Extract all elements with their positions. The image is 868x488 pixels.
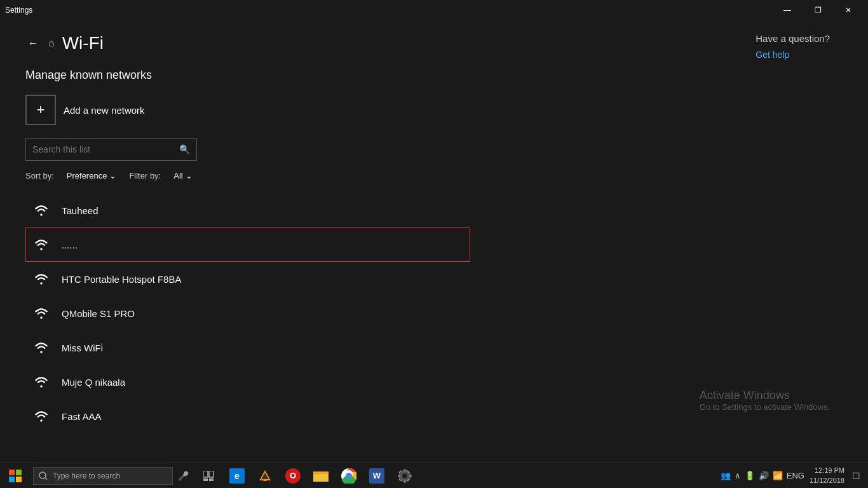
network-item[interactable]: Tauheed xyxy=(25,193,470,227)
microphone-icon[interactable]: 🎤 xyxy=(175,468,191,484)
svg-rect-21 xyxy=(404,469,405,471)
svg-rect-9 xyxy=(209,478,214,481)
get-help-link[interactable]: Get help xyxy=(756,50,789,60)
network-name: Tauheed xyxy=(62,205,98,216)
svg-point-18 xyxy=(346,473,351,478)
sort-label: Sort by: xyxy=(25,171,54,180)
window-title: Settings xyxy=(5,6,32,15)
network-name: HTC Portable Hotspot F8BA xyxy=(62,274,181,285)
svg-rect-6 xyxy=(203,471,208,477)
filter-chevron-icon: ⌄ xyxy=(186,171,193,180)
svg-rect-15 xyxy=(313,471,320,475)
network-item[interactable]: Muje Q nikaala xyxy=(25,365,470,399)
notification-icon[interactable]: ☐ xyxy=(850,468,863,484)
help-title: Have a question? xyxy=(756,33,830,44)
svg-rect-12 xyxy=(263,479,267,481)
activate-watermark: Activate Windows Go to Settings to activ… xyxy=(700,389,830,412)
sort-chevron-icon: ⌄ xyxy=(109,171,116,180)
vlc-icon[interactable] xyxy=(252,463,278,489)
search-box: 🔍 xyxy=(25,138,197,161)
title-bar: Settings — ❐ ✕ xyxy=(0,0,868,20)
svg-rect-8 xyxy=(203,478,208,481)
tray-expand-icon[interactable]: ∧ xyxy=(735,471,741,480)
sort-filter-row: Sort by: Preference ⌄ Filter by: All ⌄ xyxy=(25,171,470,180)
file-explorer-icon[interactable] xyxy=(308,463,334,489)
close-button[interactable]: ✕ xyxy=(834,0,863,20)
wifi-signal-icon xyxy=(31,337,51,358)
home-icon[interactable]: ⌂ xyxy=(48,37,55,49)
main-content: ← ⌂ Wi-Fi Manage known networks + Add a … xyxy=(0,20,868,463)
network-name: Muje Q nikaala xyxy=(62,377,125,388)
taskbar-right: 👥 ∧ 🔋 🔊 📶 ENG 12:19 PM 11/12/2018 ☐ xyxy=(721,466,868,485)
settings-app-icon[interactable] xyxy=(392,463,417,489)
taskbar: Type here to search 🎤 e xyxy=(0,463,868,488)
svg-rect-1 xyxy=(16,470,22,475)
edge-icon[interactable]: e xyxy=(224,463,250,489)
svg-line-5 xyxy=(45,478,47,480)
network-item[interactable]: QMobile S1 PRO xyxy=(25,296,470,330)
activate-subtitle: Go to Settings to activate Windows. xyxy=(700,402,830,412)
activate-title: Activate Windows xyxy=(700,389,830,402)
wifi-signal-icon xyxy=(31,234,51,255)
network-item[interactable]: ...... xyxy=(25,227,470,262)
window-controls: — ❐ ✕ xyxy=(773,0,863,20)
network-item[interactable]: Fast AAA xyxy=(25,399,470,433)
back-button[interactable]: ← xyxy=(25,35,41,51)
network-item[interactable]: Miss WiFi xyxy=(25,330,470,365)
page-header: ← ⌂ Wi-Fi xyxy=(25,33,470,53)
section-heading: Manage known networks xyxy=(25,69,470,82)
system-tray-icons: 👥 ∧ 🔋 🔊 📶 ENG xyxy=(721,471,804,480)
network-name: ...... xyxy=(62,240,78,250)
battery-icon[interactable]: 🔋 xyxy=(745,471,755,480)
network-name: QMobile S1 PRO xyxy=(62,308,135,319)
chrome-icon[interactable] xyxy=(336,463,362,489)
windows-logo-icon xyxy=(9,470,22,482)
taskbar-time-display: 12:19 PM xyxy=(810,466,844,475)
svg-rect-0 xyxy=(9,470,15,475)
language-indicator[interactable]: ENG xyxy=(787,471,804,480)
task-view-icon[interactable] xyxy=(196,463,222,489)
add-network-label: Add a new network xyxy=(64,105,145,116)
taskbar-app-icons: e O xyxy=(196,463,417,489)
taskbar-search-icon xyxy=(39,471,48,480)
network-list: Tauheed ...... HTC Portable Hotspot F8BA… xyxy=(25,193,470,433)
wifi-signal-icon xyxy=(31,200,51,220)
left-panel: ← ⌂ Wi-Fi Manage known networks + Add a … xyxy=(25,33,470,450)
start-button[interactable] xyxy=(0,463,31,489)
network-name: Miss WiFi xyxy=(62,342,103,353)
svg-rect-2 xyxy=(9,477,15,482)
svg-point-4 xyxy=(39,472,46,478)
taskbar-search[interactable]: Type here to search xyxy=(33,467,173,485)
page-title: Wi-Fi xyxy=(62,33,104,53)
wifi-signal-icon xyxy=(31,269,51,289)
svg-rect-3 xyxy=(16,477,22,482)
filter-label: Filter by: xyxy=(129,171,161,180)
sort-value-button[interactable]: Preference ⌄ xyxy=(67,171,117,180)
wifi-signal-icon xyxy=(31,372,51,392)
opera-icon[interactable]: O xyxy=(280,463,306,489)
wifi-signal-icon xyxy=(31,406,51,426)
svg-rect-22 xyxy=(404,480,405,483)
network-icon[interactable]: 📶 xyxy=(773,471,783,480)
add-network-button[interactable]: + Add a new network xyxy=(25,95,145,125)
taskbar-date-display: 11/12/2018 xyxy=(810,476,844,485)
word-icon[interactable]: W xyxy=(364,463,390,489)
svg-rect-23 xyxy=(398,475,400,477)
svg-rect-24 xyxy=(409,475,412,477)
minimize-button[interactable]: — xyxy=(773,0,802,20)
taskbar-clock[interactable]: 12:19 PM 11/12/2018 xyxy=(810,466,844,485)
network-name: Fast AAA xyxy=(62,411,102,422)
network-item[interactable]: HTC Portable Hotspot F8BA xyxy=(25,262,470,296)
svg-point-20 xyxy=(402,473,407,478)
wifi-signal-icon xyxy=(31,303,51,323)
people-icon[interactable]: 👥 xyxy=(721,471,731,480)
taskbar-search-placeholder: Type here to search xyxy=(53,471,120,480)
search-input[interactable] xyxy=(32,144,179,154)
filter-value-button[interactable]: All ⌄ xyxy=(173,171,192,180)
maximize-button[interactable]: ❐ xyxy=(803,0,832,20)
search-icon: 🔍 xyxy=(179,144,190,154)
right-panel: Have a question? Get help xyxy=(756,33,830,60)
add-icon: + xyxy=(25,95,56,125)
volume-icon[interactable]: 🔊 xyxy=(759,471,769,480)
svg-rect-7 xyxy=(209,471,214,477)
